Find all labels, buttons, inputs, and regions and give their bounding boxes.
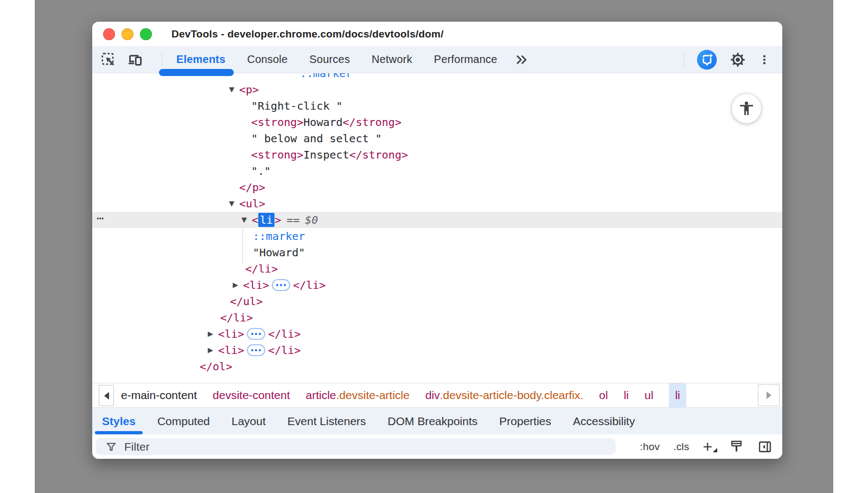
dom-node[interactable]: " below and select " — [92, 130, 782, 147]
dom-tag: <li> — [243, 279, 269, 292]
dock-panel-icon[interactable] — [757, 439, 773, 454]
breadcrumb-item-devsite-content[interactable]: devsite-content — [213, 383, 290, 407]
tab-layout[interactable]: Layout — [232, 408, 266, 434]
dom-node[interactable]: ▶<li></li> — [92, 277, 782, 293]
breadcrumb-item-ul[interactable]: ul — [644, 383, 653, 407]
dom-node-text: </li> — [92, 261, 278, 277]
tab-properties[interactable]: Properties — [499, 408, 551, 434]
dom-node[interactable]: ▶<li></li> — [92, 342, 782, 358]
dom-tag: </li> — [220, 311, 253, 324]
breadcrumb-items: e-main-contentdevsite-contentarticle.dev… — [121, 383, 686, 407]
dom-tag: </li> — [245, 262, 278, 275]
dom-node[interactable]: </ol> — [92, 358, 782, 375]
tab-accessibility[interactable]: Accessibility — [573, 408, 635, 434]
tab-computed[interactable]: Computed — [157, 408, 210, 434]
breadcrumb-part: .devsite-article-body.clearfix. — [440, 389, 584, 402]
more-tabs-icon[interactable] — [515, 53, 529, 67]
device-toolbar-icon[interactable] — [127, 52, 143, 68]
breadcrumb-scroll-right-button[interactable] — [758, 384, 780, 406]
chevron-right-icon — [767, 391, 771, 399]
dom-text: Howard — [303, 116, 342, 129]
dom-node-text: </p> — [92, 179, 265, 195]
active-tab-underline — [159, 69, 234, 76]
accessibility-widget-button[interactable] — [732, 94, 761, 123]
breadcrumb-item-li[interactable]: li — [669, 383, 686, 407]
dom-text: "." — [251, 165, 271, 178]
collapsed-children-button[interactable] — [272, 279, 290, 291]
dom-node[interactable]: </p> — [92, 179, 782, 195]
settings-icon[interactable] — [730, 52, 746, 68]
dom-tag: </strong> — [349, 148, 408, 161]
breadcrumb-item-div-devsite-article-body-clearfix[interactable]: div.devsite-article-body.clearfix. — [425, 383, 583, 407]
dom-node[interactable]: </li> — [92, 309, 782, 326]
filter-input[interactable]: Filter — [95, 438, 616, 455]
zoom-window-button[interactable] — [140, 28, 152, 40]
breadcrumb-scroll-left-button[interactable] — [99, 385, 114, 406]
dom-node[interactable]: <strong>Howard</strong> — [92, 114, 782, 130]
breadcrumb-part: devsite-content — [213, 389, 290, 402]
new-style-rule-button[interactable]: + — [703, 441, 712, 452]
dom-node[interactable]: ▼<p> — [92, 81, 782, 98]
minimize-window-button[interactable] — [122, 28, 133, 40]
element-classes-button[interactable]: .cls — [673, 441, 689, 453]
collapsed-children-button[interactable] — [247, 344, 265, 356]
rendering-brush-icon[interactable] — [729, 439, 744, 454]
dom-node[interactable]: "." — [92, 163, 782, 179]
dom-node[interactable]: ▼<ul> — [92, 195, 782, 212]
dom-node-text: " below and select " — [92, 130, 382, 147]
dom-node-text: <p> — [92, 81, 259, 98]
tab-dom-breakpoints[interactable]: DOM Breakpoints — [388, 408, 478, 434]
tab-network[interactable]: Network — [372, 53, 412, 66]
dom-tag: > — [275, 213, 281, 226]
dom-node-text: <li></li> — [92, 342, 301, 358]
dom-node-text: </ol> — [92, 358, 232, 375]
dom-node[interactable]: <strong>Inspect</strong> — [92, 147, 782, 163]
breadcrumb-item-e-main-content[interactable]: e-main-content — [121, 383, 197, 407]
dom-node-text: ::marker — [92, 228, 305, 244]
breadcrumb-part: ol — [599, 389, 608, 402]
collapsed-children-button[interactable] — [247, 328, 265, 340]
dom-node-selected[interactable]: ⋯▼<li>==$0 — [92, 212, 782, 228]
inspect-element-icon[interactable] — [100, 52, 117, 68]
dom-node[interactable]: ▶<li></li> — [92, 326, 782, 342]
tab-console[interactable]: Console — [247, 53, 288, 66]
dom-node[interactable]: ::marker — [92, 228, 782, 244]
close-window-button[interactable] — [103, 28, 115, 40]
dom-node-text: <li></li> — [92, 326, 301, 342]
dom-node-text: <ul> — [92, 195, 265, 212]
breadcrumb-part: li — [675, 389, 680, 402]
dom-node[interactable]: "Howard" — [92, 244, 782, 261]
dom-tag: <li> — [218, 327, 244, 340]
breadcrumb-part: e-main-content — [121, 389, 197, 402]
breadcrumb-item-li[interactable]: li — [624, 383, 629, 407]
tab-sources[interactable]: Sources — [309, 53, 350, 66]
styles-panel-tabs: StylesComputedLayoutEvent ListenersDOM B… — [92, 407, 782, 434]
console-reference: $0 — [305, 213, 318, 226]
dom-node[interactable]: </li> — [92, 261, 782, 277]
breadcrumb-item-ol[interactable]: ol — [599, 383, 608, 407]
title-bar: DevTools - developer.chrome.com/docs/dev… — [92, 22, 782, 46]
breadcrumb-item-article-devsite-article[interactable]: article.devsite-article — [306, 383, 410, 407]
dom-tag: <ul> — [239, 197, 265, 210]
filter-placeholder: Filter — [124, 440, 150, 453]
tab-elements[interactable]: Elements — [176, 53, 226, 66]
dom-node-text: "Right-click " — [92, 98, 343, 114]
breadcrumb-part: ul — [644, 389, 653, 402]
tab-event-listeners[interactable]: Event Listeners — [288, 408, 366, 434]
dom-tag: </ul> — [230, 295, 263, 308]
dom-node[interactable]: </ul> — [92, 293, 782, 309]
main-tabs: ElementsConsoleSourcesNetworkPerformance — [176, 53, 497, 66]
dom-text: "Howard" — [253, 246, 305, 259]
dom-node-text: <li></li> — [92, 277, 326, 293]
dom-node[interactable]: "Right-click " — [92, 98, 782, 114]
tab-styles[interactable]: Styles — [102, 408, 136, 434]
more-menu-icon[interactable] — [758, 53, 770, 67]
toolbar-separator — [162, 53, 162, 67]
dom-tag: </li> — [293, 279, 326, 292]
dom-node-text: </ul> — [92, 293, 263, 309]
toggle-element-state-button[interactable]: :hov — [640, 441, 660, 453]
ai-assistant-icon[interactable] — [697, 49, 717, 70]
dom-tag: <strong> — [251, 116, 303, 129]
dom-tag: </p> — [239, 181, 265, 194]
tab-performance[interactable]: Performance — [434, 53, 497, 66]
